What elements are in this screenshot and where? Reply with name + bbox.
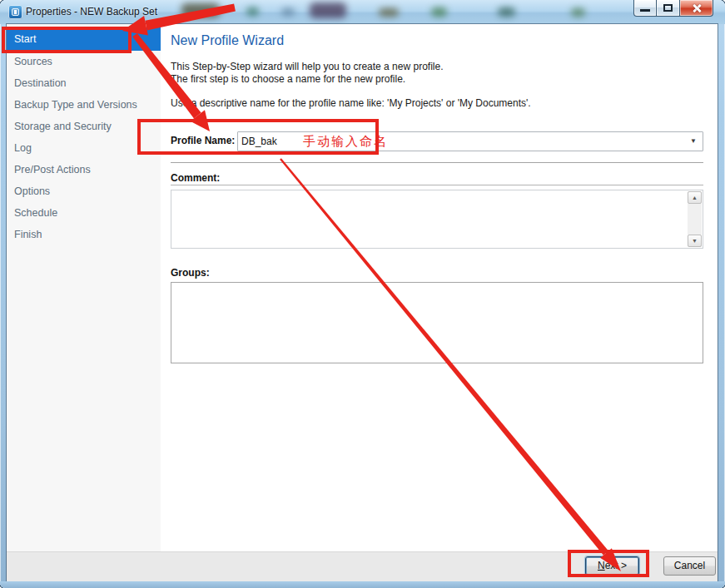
sidebar-item-sources[interactable]: Sources [7,51,161,72]
sidebar-item-options[interactable]: Options [7,180,161,202]
sidebar-item-finish[interactable]: Finish [7,224,161,245]
sidebar-item-destination[interactable]: Destination [7,72,161,94]
properties-dialog-window: Properties - NEW Backup Set Start Source… [0,0,725,588]
window-controls [633,0,713,17]
sidebar-item-start[interactable]: Start [7,27,161,51]
background-window-blob [281,8,295,16]
sidebar-item-backup-type-and-versions[interactable]: Backup Type and Versions [7,94,161,116]
minimize-button[interactable] [633,0,657,17]
sidebar-item-pre-post-actions[interactable]: Pre/Post Actions [7,159,161,180]
minimize-icon [640,9,650,12]
sidebar-item-storage-and-security[interactable]: Storage and Security [7,116,161,137]
sidebar-item-log[interactable]: Log [7,137,161,159]
next-button-label: ext > [605,560,627,571]
comment-label-rule [171,185,703,185]
wizard-step-sidebar: Start Sources Destination Backup Type an… [7,24,161,551]
intro-line-2: The first step is to choose a name for t… [171,73,444,86]
background-window-blob [498,7,515,17]
profile-name-annotation-text: 手动输入命名 [303,134,388,150]
app-icon[interactable] [8,5,22,19]
maximize-icon [663,4,673,12]
comment-field[interactable]: ▲ ▼ [171,190,703,249]
profile-name-label: Profile Name: [171,135,235,146]
profile-name-input[interactable] [241,133,300,150]
dialog-client-area: Start Sources Destination Backup Type an… [7,24,718,581]
next-button-accesskey: N [598,560,605,571]
groups-label: Groups: [171,267,210,279]
close-button[interactable] [680,0,713,17]
wizard-content-panel: New Profile Wizard This Step-by-Step wiz… [161,24,718,551]
background-window-blob [571,8,585,17]
comment-text-area[interactable] [173,192,686,246]
next-button[interactable]: Next > [585,556,639,576]
profile-name-hint: Use a descriptive name for the profile n… [171,97,531,109]
close-icon [691,2,703,14]
background-window-blob [246,7,259,16]
chevron-down-icon[interactable]: ▼ [686,134,701,149]
background-window-blob [431,7,447,17]
groups-field[interactable] [171,282,703,363]
maximize-button[interactable] [657,0,680,17]
page-title: New Profile Wizard [171,33,284,48]
scroll-down-icon[interactable]: ▼ [688,235,702,247]
background-window-blob [379,8,399,17]
cancel-button[interactable]: Cancel [663,556,716,576]
comment-label: Comment: [171,172,220,184]
comment-scrollbar[interactable]: ▲ ▼ [688,191,702,247]
profile-name-combobox[interactable]: 手动输入命名 ▼ [237,131,703,151]
background-window-blob [310,2,346,18]
background-window-blob [181,3,220,17]
app-icon-dot [14,10,17,14]
dialog-footer: Next > Cancel [7,551,718,581]
sidebar-item-schedule[interactable]: Schedule [7,202,161,224]
window-title: Properties - NEW Backup Set [26,6,157,17]
window-bottom-border [0,581,725,588]
scroll-up-icon[interactable]: ▲ [688,191,702,204]
intro-line-1: This Step-by-Step wizard will help you t… [171,61,444,73]
section-divider [171,162,703,163]
title-bar[interactable]: Properties - NEW Backup Set [0,0,725,24]
wizard-intro-text: This Step-by-Step wizard will help you t… [171,61,444,86]
